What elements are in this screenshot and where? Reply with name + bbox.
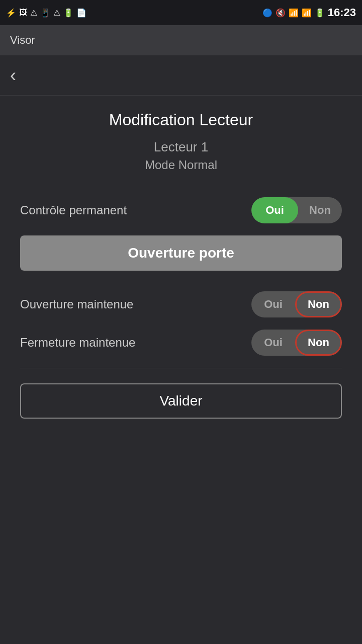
fermeture-maintenue-row: Fermeture maintenue Oui Non: [20, 330, 342, 356]
lecteur-subtitle: Lecteur 1: [20, 139, 342, 155]
battery-icon: 🔋: [315, 8, 325, 18]
file-icon: 📄: [76, 8, 86, 18]
fermeture-maintenue-non[interactable]: Non: [295, 330, 342, 356]
battery-full-icon: 🔋: [63, 8, 73, 18]
app-bar: Visor: [0, 25, 362, 55]
ouverture-maintenue-non[interactable]: Non: [295, 291, 342, 317]
main-content: Modification Lecteur Lecteur 1 Mode Norm…: [0, 96, 362, 434]
image-icon: 🖼: [19, 8, 27, 17]
mute-icon: 🔇: [276, 8, 286, 18]
page-title: Modification Lecteur: [20, 111, 342, 129]
warning-icon: ⚠: [30, 8, 37, 18]
app-title: Visor: [10, 34, 35, 47]
back-button[interactable]: ‹: [10, 65, 16, 86]
bluetooth-icon: 🔵: [262, 8, 273, 18]
wifi-icon: 📶: [289, 8, 299, 18]
controle-permanent-non[interactable]: Non: [298, 197, 342, 223]
controle-permanent-label: Contrôle permanent: [20, 203, 127, 217]
status-bar: ⚡ 🖼 ⚠ 📱 ⚠ 🔋 📄 🔵 🔇 📶 📶 🔋 16:23: [0, 0, 362, 25]
signal-icon: 📶: [302, 8, 312, 18]
fermeture-maintenue-oui[interactable]: Oui: [251, 330, 295, 356]
status-icons-left: ⚡ 🖼 ⚠ 📱 ⚠ 🔋 📄: [6, 8, 86, 18]
divider-2: [20, 368, 342, 368]
controle-permanent-toggle[interactable]: Oui Non: [251, 197, 342, 223]
valider-button[interactable]: Valider: [20, 383, 342, 419]
status-icons-right: 🔵 🔇 📶 📶 🔋 16:23: [262, 6, 356, 19]
ouverture-maintenue-label: Ouverture maintenue: [20, 297, 133, 311]
divider-1: [20, 281, 342, 281]
clock: 16:23: [328, 6, 356, 19]
mode-text: Mode Normal: [20, 158, 342, 172]
fermeture-maintenue-label: Fermeture maintenue: [20, 336, 135, 350]
controle-permanent-oui[interactable]: Oui: [251, 197, 298, 223]
controle-permanent-row: Contrôle permanent Oui Non: [20, 197, 342, 223]
sync-icon: 📱: [40, 8, 50, 18]
ouverture-maintenue-row: Ouverture maintenue Oui Non: [20, 291, 342, 317]
ouverture-maintenue-toggle[interactable]: Oui Non: [251, 291, 342, 317]
back-bar: ‹: [0, 55, 362, 96]
ouverture-porte-button[interactable]: Ouverture porte: [20, 235, 342, 271]
ouverture-maintenue-oui[interactable]: Oui: [251, 291, 295, 317]
warning2-icon: ⚠: [53, 8, 60, 18]
usb-icon: ⚡: [6, 8, 16, 18]
fermeture-maintenue-toggle[interactable]: Oui Non: [251, 330, 342, 356]
